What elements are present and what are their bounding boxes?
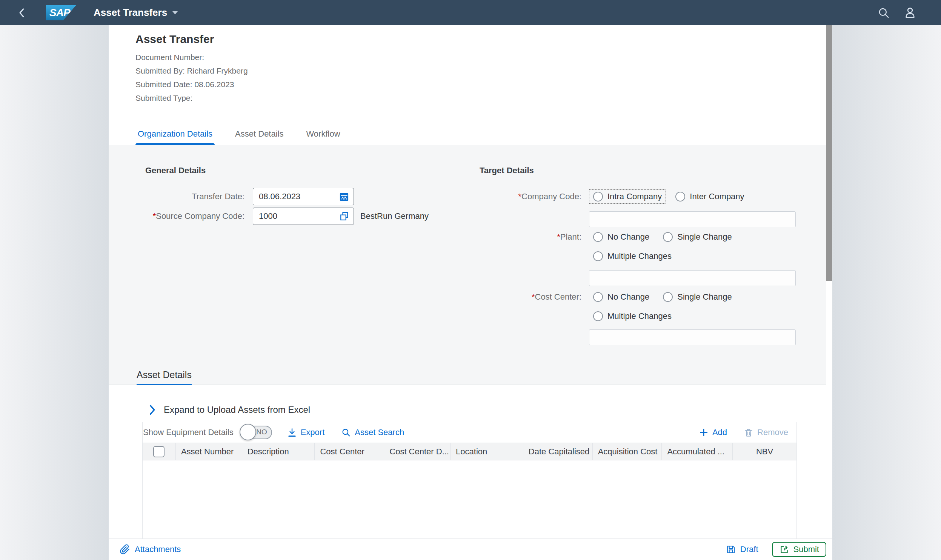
radio-intra-company[interactable]: Intra Company <box>589 189 666 204</box>
draft-button[interactable]: Draft <box>726 545 758 554</box>
show-equipment-details-label: Show Equipment Details <box>143 428 234 437</box>
transfer-date-label: Transfer Date: <box>145 192 244 202</box>
page-body: General Details Transfer Date: *Source C… <box>109 145 832 538</box>
radio-cost-center-multiple-changes[interactable]: Multiple Changes <box>589 309 676 323</box>
submit-icon <box>779 545 789 554</box>
plus-icon <box>699 428 709 437</box>
app-title: Asset Transfers <box>94 7 167 18</box>
tab-asset-details[interactable]: Asset Details <box>233 129 286 145</box>
sap-logo-text: SAP <box>49 7 70 19</box>
show-equipment-toggle[interactable]: NO <box>240 426 272 439</box>
anchor-tab-bar: Organization Details Asset Details Workf… <box>109 125 832 145</box>
select-all-checkbox[interactable] <box>153 446 165 457</box>
plant-options: No Change Single Change <box>589 230 736 244</box>
chevron-right-icon <box>149 405 155 415</box>
column-header-cost-center[interactable]: Cost Center <box>315 443 384 460</box>
paperclip-icon <box>120 544 130 555</box>
tab-workflow[interactable]: Workflow <box>304 129 343 145</box>
document-number-text: Document Number: <box>135 51 832 64</box>
object-page-header: Asset Transfer Document Number: Submitte… <box>109 25 832 125</box>
column-header-acquisition-cost[interactable]: Acquisition Cost <box>593 443 662 460</box>
search-icon <box>877 6 890 19</box>
radio-cost-center-no-change[interactable]: No Change <box>589 290 653 304</box>
source-company-code-row: *Source Company Code: BestRun Germany <box>145 208 429 225</box>
date-picker-button[interactable] <box>338 190 351 203</box>
cost-center-options: No Change Single Change <box>589 290 736 304</box>
column-header-nbv[interactable]: NBV <box>733 443 796 460</box>
general-details-section: General Details Transfer Date: *Source C… <box>145 165 429 227</box>
company-code-row: *Company Code: Intra Company Inter Compa… <box>480 188 796 205</box>
column-header-date-capitalised[interactable]: Date Capitalised <box>523 443 593 460</box>
column-header-description[interactable]: Description <box>242 443 315 460</box>
submitted-type-text: Submitted Type: <box>135 91 832 105</box>
radio-plant-no-change[interactable]: No Change <box>589 230 653 244</box>
assets-table-header-row: Asset Number Description Cost Center Cos… <box>143 443 796 460</box>
save-icon <box>726 545 736 554</box>
radio-circle-icon <box>593 192 603 202</box>
cost-center-label: *Cost Center: <box>480 292 581 302</box>
attachments-button[interactable]: Attachments <box>120 544 181 555</box>
radio-circle-icon <box>593 311 603 321</box>
radio-plant-multiple-changes[interactable]: Multiple Changes <box>589 249 676 263</box>
document-info: Document Number: Submitted By: Richard F… <box>135 51 832 105</box>
target-details-section: Target Details *Company Code: Intra Comp… <box>480 165 796 345</box>
company-code-options: Intra Company Inter Company <box>589 189 749 204</box>
column-header-location[interactable]: Location <box>451 443 523 460</box>
radio-inter-company[interactable]: Inter Company <box>671 189 748 204</box>
vertical-scrollbar-track[interactable] <box>826 25 832 538</box>
cost-center-row: *Cost Center: No Change Single Change <box>480 288 796 306</box>
radio-circle-icon <box>663 232 673 242</box>
trash-icon <box>744 428 753 437</box>
target-company-code-input-row <box>589 211 796 227</box>
column-header-accumulated[interactable]: Accumulated ... <box>662 443 733 460</box>
back-chevron-icon <box>16 7 28 18</box>
page-title: Asset Transfer <box>135 34 832 45</box>
footer-bar: Attachments Draft Submit <box>109 538 832 560</box>
target-plant-input[interactable] <box>589 270 796 286</box>
target-cost-center-input-row <box>589 329 796 345</box>
company-code-description: BestRun Germany <box>360 211 429 221</box>
sap-logo[interactable]: SAP <box>46 5 76 20</box>
target-cost-center-input[interactable] <box>589 329 796 345</box>
calendar-icon <box>339 191 349 202</box>
toggle-state-label: NO <box>256 428 267 436</box>
target-details-heading: Target Details <box>480 165 796 176</box>
transfer-date-input[interactable] <box>259 192 338 202</box>
search-icon <box>341 428 351 437</box>
plant-row: *Plant: No Change Single Change <box>480 228 796 246</box>
main-content: Asset Transfer Document Number: Submitte… <box>109 25 832 560</box>
asset-details-heading: Asset Details <box>137 369 192 385</box>
source-company-code-input[interactable] <box>259 211 338 221</box>
shell-header: SAP Asset Transfers <box>0 0 941 25</box>
vertical-scrollbar-thumb[interactable] <box>826 25 832 281</box>
plant-label: *Plant: <box>480 232 581 242</box>
target-company-code-input[interactable] <box>589 211 796 227</box>
remove-button[interactable]: Remove <box>744 428 788 437</box>
cost-center-multiple-row: Multiple Changes <box>589 308 796 325</box>
export-button[interactable]: Export <box>287 428 325 437</box>
general-details-heading: General Details <box>145 165 429 176</box>
search-button[interactable] <box>875 4 893 22</box>
column-header-cost-center-description[interactable]: Cost Center D... <box>384 443 451 460</box>
add-button[interactable]: Add <box>699 428 727 437</box>
assets-table-toolbar: Show Equipment Details NO Export Asset S… <box>143 422 796 443</box>
radio-circle-icon <box>593 232 603 242</box>
radio-plant-single-change[interactable]: Single Change <box>659 230 736 244</box>
user-profile-button[interactable] <box>901 4 919 22</box>
source-company-code-label: *Source Company Code: <box>145 211 244 221</box>
target-plant-input-row <box>589 270 796 286</box>
expand-upload-assets-panel[interactable]: Expand to Upload Assets from Excel <box>149 405 310 415</box>
tab-organization-details[interactable]: Organization Details <box>135 129 215 145</box>
required-marker: * <box>153 211 156 221</box>
person-icon <box>903 6 917 20</box>
column-header-asset-number[interactable]: Asset Number <box>176 443 242 460</box>
toggle-knob <box>240 424 256 440</box>
radio-cost-center-single-change[interactable]: Single Change <box>659 290 736 304</box>
value-help-button[interactable] <box>338 210 351 223</box>
radio-circle-icon <box>593 292 603 302</box>
plant-multiple-row: Multiple Changes <box>589 248 796 265</box>
submit-button[interactable]: Submit <box>772 542 826 557</box>
back-button[interactable] <box>14 5 30 21</box>
app-title-menu[interactable]: Asset Transfers <box>94 7 178 18</box>
asset-search-button[interactable]: Asset Search <box>341 428 404 437</box>
